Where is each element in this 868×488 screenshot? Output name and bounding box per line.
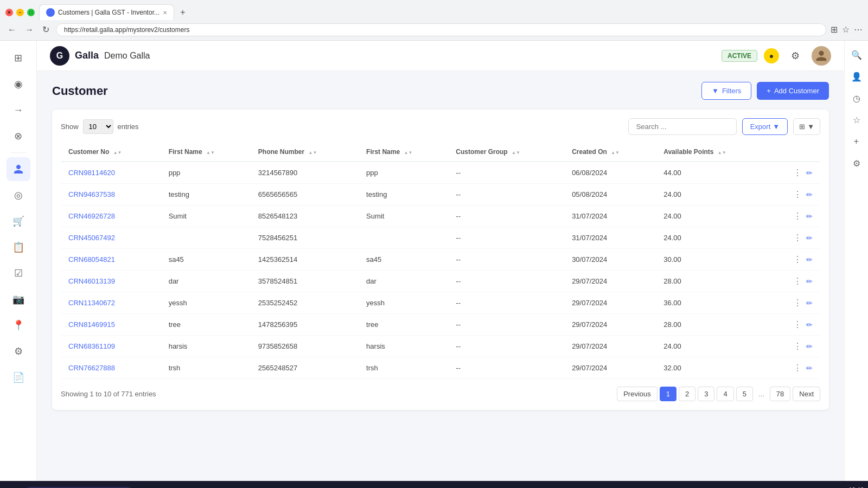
page-2-button[interactable]: 2: [679, 387, 695, 401]
more-options-button[interactable]: ⋮: [793, 363, 802, 373]
more-options-button[interactable]: ⋮: [793, 233, 802, 243]
more-options-button[interactable]: ⋮: [793, 211, 802, 221]
edit-button[interactable]: ✏: [806, 169, 813, 177]
sidebar-item-transfers[interactable]: →: [7, 98, 30, 122]
reload-button[interactable]: ↻: [40, 22, 52, 37]
col-customer-group[interactable]: Customer Group ▲▼: [448, 143, 564, 162]
page-1-button[interactable]: 1: [660, 387, 676, 401]
export-button[interactable]: Export ▼: [742, 118, 788, 135]
active-tab[interactable]: Customers | Galla GST - Inventor... ✕: [39, 4, 174, 20]
sidebar-item-gear[interactable]: ⚙: [7, 339, 30, 363]
start-button[interactable]: ⊞: [4, 485, 21, 488]
search-input[interactable]: [628, 118, 737, 135]
new-tab-button[interactable]: +: [176, 6, 189, 19]
sidebar-item-products[interactable]: ◉: [7, 72, 30, 96]
page-78-button[interactable]: 78: [770, 387, 790, 401]
taskbar-task-view[interactable]: ⧉: [141, 486, 151, 488]
settings-button[interactable]: ⚙: [786, 46, 805, 66]
col-first-name2[interactable]: First Name ▲▼: [359, 143, 448, 162]
more-options-button[interactable]: ⋮: [793, 168, 802, 178]
next-button[interactable]: Next: [793, 387, 820, 401]
page-5-button[interactable]: 5: [736, 387, 753, 401]
address-bar[interactable]: https://retail.galla.app/mystorev2/custo…: [56, 23, 826, 36]
favorites-button[interactable]: ☆: [842, 24, 850, 35]
taskbar-chrome[interactable]: ◎: [175, 486, 187, 489]
col-available-points[interactable]: Available Points ▲▼: [656, 143, 769, 162]
back-button[interactable]: ←: [5, 23, 18, 37]
close-window-button[interactable]: ✕: [5, 9, 13, 16]
far-right-add-icon[interactable]: +: [848, 133, 865, 150]
cell-first-name2: yessh: [359, 292, 448, 314]
edit-button[interactable]: ✏: [806, 212, 813, 221]
sort-icon: ▲▼: [718, 150, 726, 155]
page-4-button[interactable]: 4: [717, 387, 733, 401]
taskbar-edge[interactable]: ◈: [191, 486, 202, 489]
more-options-button[interactable]: ⋮: [793, 341, 802, 351]
cell-created: 29/07/2024: [564, 336, 656, 357]
far-right-star-icon[interactable]: ☆: [848, 111, 865, 129]
col-first-name[interactable]: First Name ▲▼: [161, 143, 251, 162]
cell-created: 31/07/2024: [564, 227, 656, 249]
more-options-button[interactable]: ⋮: [793, 319, 802, 330]
edit-button[interactable]: ✏: [806, 277, 813, 286]
cell-customer-no: CRN45067492: [61, 227, 161, 249]
sidebar-item-reports[interactable]: 📋: [7, 235, 30, 259]
entries-select[interactable]: 10 25 50 100: [83, 119, 113, 134]
far-right-settings-icon[interactable]: ⚙: [848, 155, 865, 172]
previous-button[interactable]: Previous: [617, 387, 658, 401]
maximize-window-button[interactable]: □: [27, 9, 35, 16]
sidebar-item-camera[interactable]: 📷: [7, 287, 30, 311]
sidebar-item-location[interactable]: 📍: [7, 313, 30, 337]
edit-button[interactable]: ✏: [806, 342, 813, 351]
sidebar-item-dashboard[interactable]: ⊞: [7, 46, 30, 70]
dropdown-icon: ▼: [773, 123, 780, 131]
filters-button[interactable]: ▼ Filters: [701, 82, 751, 100]
sidebar-item-cart[interactable]: 🛒: [7, 209, 30, 233]
sidebar-item-settings[interactable]: ◎: [7, 183, 30, 207]
cell-first-name2: sa45: [359, 249, 448, 271]
page-3-button[interactable]: 3: [698, 387, 714, 401]
menu-button[interactable]: ⋯: [854, 24, 863, 35]
customers-table: Customer No ▲▼ First Name ▲▼ Phone Numbe…: [61, 143, 820, 379]
far-right-search-icon[interactable]: 🔍: [848, 46, 865, 63]
sidebar-item-customers[interactable]: [7, 157, 30, 181]
add-customer-button[interactable]: + Add Customer: [757, 82, 829, 100]
col-customer-no[interactable]: Customer No ▲▼: [61, 143, 161, 162]
cell-first-name2: trsh: [359, 357, 448, 379]
edit-button[interactable]: ✏: [806, 320, 813, 329]
sidebar-item-analytics[interactable]: ⊗: [7, 124, 30, 148]
browser-chrome: ✕ − □ Customers | Galla GST - Inventor..…: [0, 0, 868, 41]
show-entries: Show 10 25 50 100 entries: [61, 119, 139, 134]
cell-first-name: trsh: [161, 357, 251, 379]
far-right-user-icon[interactable]: 👤: [848, 68, 865, 85]
cell-points: 24.00: [656, 206, 769, 227]
more-options-button[interactable]: ⋮: [793, 276, 802, 286]
edit-button[interactable]: ✏: [806, 255, 813, 264]
view-toggle-button[interactable]: ⊞ ▼: [793, 118, 820, 135]
edit-button[interactable]: ✏: [806, 364, 813, 373]
grid-icon: ⊞: [799, 123, 805, 131]
col-phone[interactable]: Phone Number ▲▼: [251, 143, 359, 162]
more-options-button[interactable]: ⋮: [793, 298, 802, 308]
edit-button[interactable]: ✏: [806, 190, 813, 199]
more-options-button[interactable]: ⋮: [793, 254, 802, 265]
col-created-on[interactable]: Created On ▲▼: [564, 143, 656, 162]
forward-button[interactable]: →: [23, 23, 36, 37]
cell-customer-no: CRN68361109: [61, 336, 161, 357]
extensions-button[interactable]: ⊞: [831, 24, 838, 35]
cell-group: --: [448, 184, 564, 206]
user-avatar[interactable]: [812, 46, 831, 66]
far-right-history-icon[interactable]: ◷: [848, 89, 865, 107]
close-tab-icon[interactable]: ✕: [163, 10, 167, 16]
cell-actions: ⋮ ✏: [770, 206, 820, 227]
taskbar-firefox[interactable]: 🦊: [155, 486, 170, 489]
edit-button[interactable]: ✏: [806, 299, 813, 307]
minimize-window-button[interactable]: −: [16, 9, 24, 16]
cell-actions: ⋮ ✏: [770, 162, 820, 184]
cell-first-name: harsis: [161, 336, 251, 357]
more-options-button[interactable]: ⋮: [793, 189, 802, 200]
edit-button[interactable]: ✏: [806, 234, 813, 242]
sidebar-item-tasks[interactable]: ☑: [7, 261, 30, 285]
cell-actions: ⋮ ✏: [770, 271, 820, 292]
sidebar-item-document[interactable]: 📄: [7, 365, 30, 389]
